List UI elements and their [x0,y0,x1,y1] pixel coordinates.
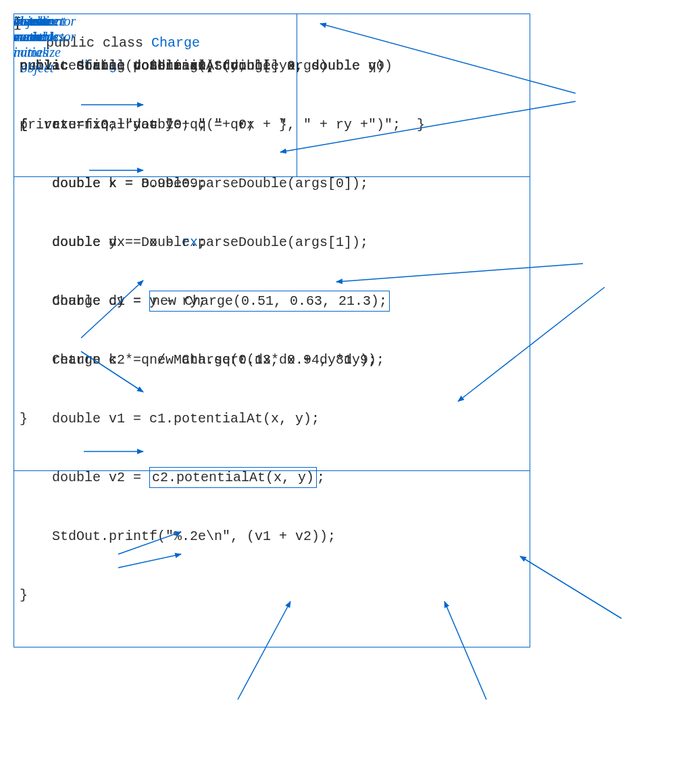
main-box: public static void main(String[] args) {… [14,14,530,647]
main-line1: public static void main(String[] args) [20,56,524,76]
c2-call-inline-box: c2.potentialAt(x, y) [149,467,317,488]
diagram-container: public class Charge { private final doub… [14,14,675,770]
main-line9: StdOut.printf("%.2e\n", (v1 + v2)); [20,526,524,546]
main-line8: double v2 = c2.potentialAt(x, y); [20,468,524,487]
main-line3: double x = Double.parseDouble(args[0]); [20,174,524,193]
label-invoke-method: invoke method [14,14,53,45]
main-line4: double y = Double.parseDouble(args[1]); [20,232,524,252]
arrow-invoke-constructor [520,556,621,618]
main-line2: { [20,115,524,134]
new-charge-inline-box: new Charge(0.51, 0.63, 21.3); [149,291,390,312]
main-line5: Charge c1 = new Charge(0.51, 0.63, 21.3)… [20,291,524,311]
main-line10: } [20,585,524,605]
main-line6: Charge c2 = new Charge(0.13, 0.94, 81.9)… [20,350,524,370]
main-line7: double v1 = c1.potentialAt(x, y); [20,409,524,428]
